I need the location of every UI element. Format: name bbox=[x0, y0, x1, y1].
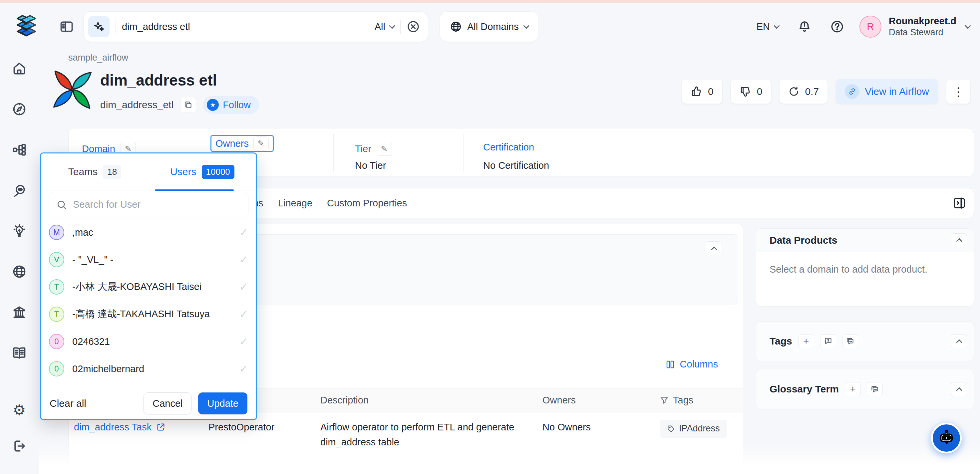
request-tags-icon[interactable] bbox=[820, 334, 836, 348]
app-logo-icon[interactable] bbox=[15, 14, 38, 39]
nav-logout-icon[interactable] bbox=[12, 439, 27, 453]
avatar: 0 bbox=[49, 361, 64, 377]
tab-lineage[interactable]: Lineage bbox=[278, 198, 312, 209]
col-description-header[interactable]: Description bbox=[320, 395, 542, 406]
update-button[interactable]: Update bbox=[198, 393, 247, 414]
nav-domains-globe-icon[interactable] bbox=[12, 264, 27, 279]
check-icon: ✓ bbox=[239, 281, 248, 293]
downvote-button[interactable]: 0 bbox=[730, 79, 772, 104]
cancel-button[interactable]: Cancel bbox=[143, 393, 191, 414]
nav-glossary-book-icon[interactable] bbox=[12, 345, 27, 360]
avatar: T bbox=[49, 307, 64, 322]
certification-value: No Certification bbox=[483, 160, 549, 171]
view-in-airflow-button[interactable]: View in Airflow bbox=[836, 79, 938, 104]
collapse-tags-icon[interactable] bbox=[951, 334, 967, 348]
task-name-link[interactable]: dim_address Task bbox=[74, 420, 208, 435]
columns-icon bbox=[665, 359, 675, 369]
collapse-glossary-icon[interactable] bbox=[951, 382, 967, 396]
user-avatar[interactable]: R bbox=[859, 16, 881, 38]
chevron-down-icon bbox=[523, 23, 529, 29]
nav-home-icon[interactable] bbox=[12, 61, 27, 76]
picker-tab-users[interactable]: Users 10000 bbox=[148, 153, 256, 190]
nav-lineage-hierarchy-icon[interactable] bbox=[12, 142, 27, 157]
right-panel-toggle-icon[interactable] bbox=[952, 196, 966, 210]
nav-governance-bank-icon[interactable] bbox=[12, 305, 27, 320]
page-title: dim_address etl bbox=[100, 71, 217, 89]
more-actions-kebab-icon[interactable]: ⋮ bbox=[946, 79, 970, 104]
tag-icon bbox=[667, 425, 675, 433]
version-button[interactable]: 0.7 bbox=[779, 79, 828, 104]
follow-button[interactable]: ★ Follow bbox=[203, 96, 259, 114]
nav-observability-icon[interactable] bbox=[12, 183, 27, 198]
check-icon: ✓ bbox=[239, 226, 248, 239]
nav-explore-compass-icon[interactable] bbox=[12, 102, 27, 116]
user-list: M ,mac ✓ V - "_VL_" - ✓ T -小林 大晟-KOBAYAS… bbox=[41, 219, 256, 382]
breadcrumb[interactable]: sample_airflow bbox=[68, 52, 128, 63]
notifications-bell-icon[interactable] bbox=[797, 20, 811, 33]
language-dropdown[interactable]: EN bbox=[757, 21, 779, 32]
tier-value: No Tier bbox=[355, 160, 386, 171]
list-item-user[interactable]: V - "_VL_" - ✓ bbox=[41, 246, 256, 273]
domains-filter-dropdown[interactable]: All Domains bbox=[439, 11, 539, 42]
chevron-down-icon bbox=[773, 23, 780, 29]
external-link-icon bbox=[156, 422, 165, 432]
list-item-user[interactable]: T -小林 大晟-KOBAYASHI Taisei ✓ bbox=[41, 273, 256, 301]
active-tab-indicator bbox=[155, 189, 234, 191]
downvote-count: 0 bbox=[757, 86, 762, 97]
owners-group-focused: Owners ✎ bbox=[210, 135, 274, 152]
picker-tab-teams[interactable]: Teams 18 bbox=[41, 153, 148, 190]
certification-group: Certification bbox=[483, 142, 534, 153]
edit-tier-icon[interactable]: ✎ bbox=[377, 142, 392, 156]
user-menu[interactable]: Rounakpreet.d Data Steward bbox=[889, 15, 956, 38]
search-icon bbox=[56, 199, 67, 210]
filter-funnel-icon[interactable] bbox=[660, 396, 669, 405]
add-tag-icon[interactable]: + bbox=[798, 334, 814, 348]
domains-filter-value: All Domains bbox=[467, 21, 519, 32]
link-icon bbox=[845, 84, 859, 99]
upvote-button[interactable]: 0 bbox=[682, 79, 722, 104]
nav-insights-bulb-icon[interactable] bbox=[12, 224, 27, 238]
search-input[interactable] bbox=[122, 21, 375, 32]
task-type: PrestoOperator bbox=[208, 420, 320, 435]
picker-search-input[interactable] bbox=[73, 199, 241, 210]
search-scope-dropdown[interactable]: All bbox=[375, 21, 394, 32]
help-icon[interactable] bbox=[830, 20, 844, 33]
owners-label: Owners bbox=[215, 138, 249, 149]
check-icon: ✓ bbox=[239, 308, 248, 321]
avatar: 0 bbox=[49, 334, 64, 349]
tags-conversations-icon[interactable] bbox=[842, 334, 858, 348]
check-icon: ✓ bbox=[239, 363, 248, 375]
chatbot-button[interactable] bbox=[931, 423, 962, 453]
list-item-user[interactable]: 0 0246321 ✓ bbox=[41, 328, 256, 355]
robot-icon bbox=[937, 429, 955, 447]
collapse-data-products-icon[interactable] bbox=[951, 233, 967, 247]
nav-settings-gear-icon[interactable]: ⚙ bbox=[13, 403, 25, 417]
tier-label: Tier bbox=[355, 143, 371, 154]
topbar-right: EN R Rounakpreet.d Data Steward bbox=[757, 15, 970, 38]
col-tags-header[interactable]: Tags bbox=[660, 395, 738, 406]
chevron-down-icon[interactable] bbox=[965, 23, 970, 29]
ai-sparkle-icon[interactable] bbox=[88, 16, 110, 37]
sidebar-toggle-icon[interactable] bbox=[59, 19, 74, 35]
add-glossary-term-icon[interactable]: + bbox=[845, 382, 861, 396]
global-search-bar: All bbox=[83, 11, 428, 42]
avatar: M bbox=[49, 225, 64, 240]
edit-owners-icon[interactable]: ✎ bbox=[253, 137, 269, 151]
globe-icon bbox=[450, 21, 462, 33]
list-item-user[interactable]: 0 02michelbernard ✓ bbox=[41, 355, 256, 382]
collapse-description-icon[interactable] bbox=[706, 241, 722, 255]
clear-search-icon[interactable] bbox=[407, 20, 420, 33]
owners-picker-dropdown: Teams 18 Users 10000 M ,mac ✓ V - "_VL_"… bbox=[40, 153, 257, 420]
clear-all-button[interactable]: Clear all bbox=[49, 398, 86, 409]
copy-icon[interactable] bbox=[180, 97, 196, 113]
teams-count-badge: 18 bbox=[103, 165, 121, 179]
certification-label: Certification bbox=[483, 142, 534, 153]
tag-chip[interactable]: IPAddress bbox=[660, 420, 727, 438]
divider bbox=[116, 20, 116, 33]
list-item-user[interactable]: T -高橋 達哉-TAKAHASHI Tatsuya ✓ bbox=[41, 301, 256, 328]
col-owners-header[interactable]: Owners bbox=[542, 395, 660, 406]
glossary-conversations-icon[interactable] bbox=[867, 382, 883, 396]
tab-custom-properties[interactable]: Custom Properties bbox=[327, 198, 407, 209]
list-item-user[interactable]: M ,mac ✓ bbox=[41, 219, 256, 246]
columns-selector-button[interactable]: Columns bbox=[665, 359, 718, 370]
